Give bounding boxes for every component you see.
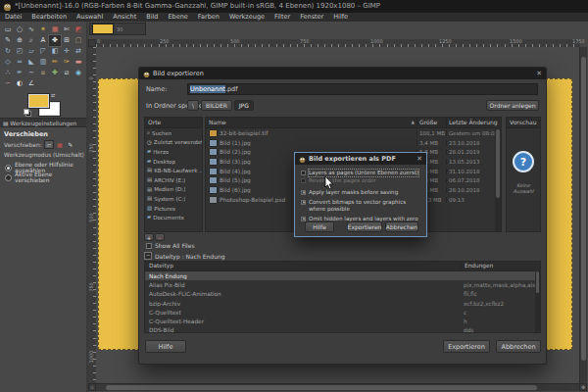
menu-item[interactable]: Auswahl xyxy=(72,13,108,22)
column-header-extensions[interactable]: Endungen xyxy=(461,262,540,270)
vertical-scrollbar[interactable] xyxy=(579,47,587,383)
filetype-row[interactable]: AutoDesk-FLIC-Animation fli,flc xyxy=(145,290,540,299)
scrollbar-thumb[interactable] xyxy=(581,57,586,361)
cancel-button[interactable]: Abbrechen xyxy=(385,221,418,232)
sort-ascending-icon: ▲ xyxy=(412,118,415,127)
image-tab-badge: 30 xyxy=(117,26,122,32)
close-icon[interactable]: ✕ xyxy=(416,153,422,165)
place-item[interactable]: ◷ Zuletzt verwendet xyxy=(145,138,202,148)
breadcrumb-button[interactable]: \ xyxy=(187,100,199,111)
pdf-option-checkbox[interactable]: Layers as pages (Untere Ebenen zuerst) xyxy=(301,170,420,176)
place-icon: ▤ xyxy=(147,187,152,193)
tool-perspective: ◸ xyxy=(40,48,45,55)
export-button[interactable]: Exportieren xyxy=(347,221,382,232)
filetype-row[interactable]: C-Quelltext c xyxy=(145,308,540,317)
tool-free-select: ∿ xyxy=(28,26,34,33)
radio-icon xyxy=(5,165,12,172)
place-item[interactable]: ▨ Pictures xyxy=(145,204,202,214)
menu-item[interactable]: Filter xyxy=(270,13,295,22)
tool-rectangle-select: ▭ xyxy=(5,26,12,33)
column-header-filetype[interactable]: Dateityp xyxy=(145,262,461,270)
checkbox-icon xyxy=(301,200,306,205)
pdf-option-checkbox[interactable]: Apply layer masks before saving xyxy=(301,189,420,196)
checkbox-icon xyxy=(146,243,152,249)
file-icon xyxy=(209,176,218,184)
file-row[interactable]: Bild (1).jpg 3,4 MB 23.10.2018 xyxy=(206,138,501,148)
ruler-label: 0 xyxy=(97,39,100,44)
tool-unified-transform: ✛ xyxy=(64,48,70,55)
image-tab[interactable]: 30 xyxy=(89,23,146,35)
cancel-button[interactable]: Abbrechen xyxy=(496,340,541,353)
foreground-color-swatch[interactable] xyxy=(28,94,49,108)
file-list-scrollbar[interactable] xyxy=(495,127,501,232)
menu-item[interactable]: Fenster xyxy=(295,13,328,22)
breadcrumb-button[interactable]: BILDER xyxy=(201,100,232,111)
quick-mask-toggle[interactable]: ▫ xyxy=(88,383,96,391)
place-item[interactable]: ▰ Herzo xyxy=(145,147,202,157)
filetype-row[interactable]: Nach Endung xyxy=(145,271,540,280)
place-item[interactable]: ⌕ Suchen xyxy=(145,128,202,138)
breadcrumb-button[interactable]: JPG xyxy=(234,100,254,111)
gimp-icon xyxy=(299,156,306,163)
close-icon[interactable]: ✕ xyxy=(536,68,542,79)
column-header-size[interactable]: Größe xyxy=(416,118,446,127)
place-item[interactable]: ▤ System (C:) xyxy=(145,194,202,204)
place-icon: ▤ xyxy=(147,196,152,202)
folder-breadcrumb: \BILDERJPG xyxy=(187,100,254,111)
ruler-label: 1500 xyxy=(510,39,522,44)
menu-item[interactable]: Ebene xyxy=(163,13,192,22)
column-header-modified[interactable]: Letzte Änderung xyxy=(446,118,501,127)
place-icon: ▤ xyxy=(147,177,152,183)
show-all-files-checkbox[interactable]: Show All Files xyxy=(146,242,195,249)
file-list-header: Name ▲ Größe Letzte Änderung xyxy=(206,118,501,128)
pdf-option-checkbox[interactable]: Convert bitmaps to vector graphics where… xyxy=(301,199,420,213)
tool-options-icon: ▤ xyxy=(3,121,8,126)
column-header-name[interactable]: Name ▲ xyxy=(206,118,416,127)
tool-grid: ▭ ○ ∿ ✶ ▦ ✄ xyxy=(2,24,85,89)
radio-move-active-layer[interactable]: Aktive Ebene verschieben xyxy=(5,172,86,183)
navigation-button[interactable]: ✥ xyxy=(579,383,587,391)
filetype-row[interactable]: DDS-Bild dds xyxy=(145,326,540,333)
menu-item[interactable]: Ansicht xyxy=(108,13,141,22)
export-dialog-titlebar: Bild exportieren ✕ xyxy=(139,68,546,79)
place-item[interactable]: ▤ ARCHIV (E:) xyxy=(145,175,202,185)
menu-item[interactable]: Bearbeiten xyxy=(26,13,72,22)
add-bookmark-button[interactable]: + xyxy=(144,233,154,241)
scrollbar-thumb[interactable] xyxy=(106,385,537,390)
create-folder-button[interactable]: Ordner anlegen xyxy=(486,100,539,111)
menubar: DateiBearbeitenAuswahlAnsichtBildEbeneFa… xyxy=(0,13,588,22)
radio-icon xyxy=(5,174,12,181)
remove-bookmark-button[interactable]: − xyxy=(155,233,165,241)
tool-fuzzy-select: ✶ xyxy=(40,26,46,33)
filename-input[interactable]: Unbenannt.pdf xyxy=(187,83,538,95)
place-item[interactable]: ▰ Documents xyxy=(145,213,202,222)
menu-item[interactable]: Bild xyxy=(141,13,163,22)
filetype-scrollbar[interactable] xyxy=(535,270,540,333)
tool-foreground-select: ◩ xyxy=(75,26,82,33)
file-row[interactable]: 32-bit-beispiel.tif 100,1 MB Gestern um … xyxy=(206,128,501,138)
default-colors-icon[interactable] xyxy=(24,109,30,115)
menu-item[interactable]: Hilfe xyxy=(328,13,353,22)
filetype-row[interactable]: C-Quelltext-Header h xyxy=(145,317,540,325)
filetype-expander[interactable]: − Dateityp : Nach Endung xyxy=(144,252,225,260)
place-item[interactable]: ▰ Desktop xyxy=(145,157,202,167)
scrollbar-thumb[interactable] xyxy=(496,129,500,198)
menu-item[interactable]: Werkzeuge xyxy=(224,13,270,22)
scrollbar-thumb[interactable] xyxy=(536,271,539,293)
tool-scissors-select: ✄ xyxy=(64,26,70,33)
filetype-table-header: Dateityp Endungen xyxy=(145,262,540,271)
tool-eraser: ▬ xyxy=(75,59,82,66)
place-item[interactable]: ▤ KB-NB-Laufwerk ... xyxy=(145,166,202,175)
filetype-row[interactable]: bzip-Archiv xcf.bz2,xcfbz2 xyxy=(145,299,540,308)
help-button[interactable]: Hilfe xyxy=(305,221,334,232)
pdf-option-checkbox[interactable]: Reverse the pages order xyxy=(301,177,420,184)
menu-item[interactable]: Datei xyxy=(0,13,26,22)
filetype-row[interactable]: Alias Pix-Bild pix,matte,mask,alpha,als xyxy=(145,280,540,289)
place-item[interactable]: ▤ Medien (D:) xyxy=(145,185,202,195)
swap-colors-icon[interactable]: ⇄ xyxy=(51,92,55,98)
ruler-label: 500 xyxy=(88,208,94,227)
export-button[interactable]: Exportieren xyxy=(443,340,490,353)
horizontal-scrollbar[interactable] xyxy=(96,383,579,391)
menu-item[interactable]: Farben xyxy=(193,13,224,22)
help-button[interactable]: Hilfe xyxy=(145,340,186,353)
